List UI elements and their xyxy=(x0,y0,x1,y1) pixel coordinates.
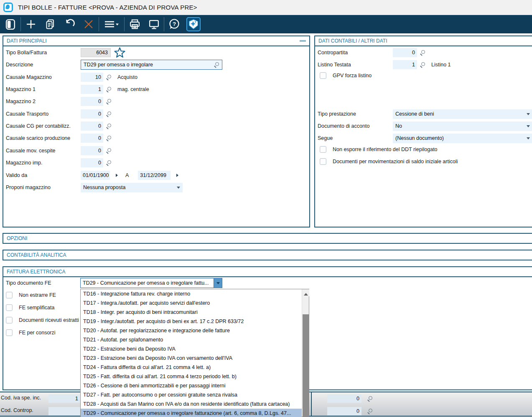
lookup-icon[interactable] xyxy=(106,74,112,80)
non-estrarre-fe-checkbox[interactable] xyxy=(6,292,13,298)
descrizione-field[interactable]: TD29 per omessa o irregolare xyxy=(81,60,222,70)
non-estrarre-fe-row: Non estrarre FE xyxy=(6,292,56,298)
add-button[interactable] xyxy=(21,15,41,33)
dropdown-item-td21[interactable]: TD21 - Autofat. per splafonamento xyxy=(81,335,302,344)
lookup-icon[interactable] xyxy=(106,135,112,141)
fe-per-consorzi-checkbox[interactable] xyxy=(6,329,13,336)
print-button[interactable] xyxy=(125,15,144,33)
select-value: Nessuna proposta xyxy=(83,184,125,190)
cod-iva-field[interactable]: 1 xyxy=(48,394,80,403)
tipo-prestazione-select[interactable]: Cessione di beni xyxy=(393,109,532,119)
checkbox-label: Non esporre il riferimento del DDT riepi… xyxy=(333,147,438,152)
dropdown-item-td22[interactable]: TD22 - Estrazione beni da Deposito IVA xyxy=(81,344,302,354)
dropdown-item-td16[interactable]: TD16 - Integrazione fattura rev. charge … xyxy=(81,289,302,298)
undo-icon xyxy=(64,19,75,30)
causale-cg-field[interactable]: 0 xyxy=(81,121,103,131)
listino-testata-field[interactable]: 1 xyxy=(393,60,417,69)
lookup-icon[interactable] xyxy=(106,99,112,104)
add-icon xyxy=(25,19,36,30)
magazzino1-field[interactable]: 1 xyxy=(81,85,103,94)
dropdown-item-td29-selected[interactable]: TD29 - Comunicazione per omessa o irrego… xyxy=(81,409,302,417)
app-logo-icon xyxy=(3,3,13,12)
lookup-icon[interactable] xyxy=(367,396,373,402)
dropdown-item-td27[interactable]: TD27 - Fatt. per autoconsumo o per cessi… xyxy=(81,390,302,399)
valido-da-field[interactable]: 01/01/1900 xyxy=(81,171,110,180)
panel-opzioni-header[interactable]: OPZIONI xyxy=(3,234,532,243)
tipo-bolla-field[interactable]: 6043 xyxy=(81,48,111,57)
segue-select[interactable]: (Nessun documento) xyxy=(393,134,532,143)
fe-semplificata-row: FE semplificata xyxy=(6,304,54,311)
monitor-button[interactable] xyxy=(144,15,163,33)
valido-a-field[interactable]: 31/12/2099 xyxy=(138,171,171,180)
magazzino2-field[interactable]: 0 xyxy=(81,97,103,106)
copy-button[interactable] xyxy=(41,15,60,33)
date-picker-icon[interactable] xyxy=(176,174,178,177)
field-label: Descrizione xyxy=(6,62,81,68)
ai-assistant-button[interactable] xyxy=(186,17,201,31)
delete-button[interactable] xyxy=(79,15,98,33)
panel-dati-contabili: DATI CONTABILI / ALTRI DATI Contropartit… xyxy=(314,35,532,227)
field-label: Tipo documento FE xyxy=(6,280,81,286)
dropdown-item-td24[interactable]: TD24 - Fattura differita di cui all'art.… xyxy=(81,363,302,372)
causale-cespite-field[interactable]: 0 xyxy=(81,146,103,155)
causale-scarico-field[interactable]: 0 xyxy=(81,134,103,143)
documenti-saldo-checkbox[interactable] xyxy=(320,158,326,165)
dropdown-item-td23[interactable]: TD23 - Estrazione beni da Deposito IVA c… xyxy=(81,354,302,363)
panel-contabilita-header[interactable]: CONTABILITÀ ANALITICA xyxy=(3,250,532,260)
lookup-icon[interactable] xyxy=(420,62,425,68)
causale-magazzino-field[interactable]: 10 xyxy=(81,73,103,82)
dropdown-item-td19[interactable]: TD19 - Integr./autofatt. per acquisto di… xyxy=(81,317,302,326)
field-label: Magazzino imp. xyxy=(6,160,81,166)
contropartita-field[interactable]: 0 xyxy=(393,48,417,57)
dropdown-item-td17[interactable]: TD17 - Integra./autofatt. per acquisto s… xyxy=(81,298,302,308)
undo-button[interactable] xyxy=(60,15,79,33)
ai-assistant-icon xyxy=(188,19,199,30)
field-label: Magazzino 2 xyxy=(6,99,81,104)
documenti-ricevuti-checkbox[interactable] xyxy=(6,317,13,323)
combobox-open-button[interactable] xyxy=(214,278,222,288)
dropdown-item-td25[interactable]: TD25 - Fatt. differita di cui all'art. 2… xyxy=(81,372,302,381)
help-button[interactable]: ? xyxy=(165,15,184,33)
cod-controp-field[interactable] xyxy=(48,407,80,415)
causale-trasporto-field[interactable]: 0 xyxy=(81,109,103,119)
collapse-button[interactable] xyxy=(300,40,306,42)
row-descrizione: Descrizione TD29 per omessa o irregolare xyxy=(6,60,309,70)
field-description: Acquisto xyxy=(117,74,137,80)
lookup-icon[interactable] xyxy=(106,148,112,154)
gpv-forza-listino-checkbox[interactable] xyxy=(320,72,326,79)
lookup-icon[interactable] xyxy=(106,111,112,117)
panel-toggle-button[interactable] xyxy=(1,15,20,33)
band-right-field-2[interactable]: 0 xyxy=(327,407,361,415)
proponi-magazzino-select[interactable]: Nessuna proposta xyxy=(81,183,183,192)
magazzino-imp-field[interactable]: 0 xyxy=(81,158,103,167)
lookup-icon[interactable] xyxy=(106,160,112,166)
tipo-documento-fe-combobox[interactable]: TD29 - Comunicazione per omessa o irrego… xyxy=(80,278,222,288)
field-description: mag. centrale xyxy=(117,86,149,92)
documento-acconto-select[interactable]: No xyxy=(393,121,532,131)
lookup-icon[interactable] xyxy=(367,408,373,414)
non-esporre-ddt-checkbox[interactable] xyxy=(320,146,326,153)
panel-dati-contabili-header: DATI CONTABILI / ALTRI DATI xyxy=(315,36,532,46)
dropdown-item-td26[interactable]: TD26 - Cessione di beni ammortizzabili e… xyxy=(81,381,302,390)
search-icon[interactable] xyxy=(214,62,219,68)
lookup-icon[interactable] xyxy=(420,50,425,56)
menu-icon xyxy=(104,19,120,30)
dropdown-item-td28[interactable]: TD28 - Acquisti da San Marino con IVA e/… xyxy=(81,399,302,409)
dropdown-item-td18[interactable]: TD18 - Integr. per acquisto di beni intr… xyxy=(81,308,302,317)
fe-semplificata-checkbox[interactable] xyxy=(6,304,13,311)
band-right-field-1[interactable]: 0 xyxy=(327,394,361,403)
menu-button[interactable] xyxy=(99,15,124,33)
date-picker-icon[interactable] xyxy=(116,174,118,177)
row-valido-da: Valido da 01/01/1900 A 31/12/2099 xyxy=(6,170,309,180)
lookup-icon[interactable] xyxy=(106,123,112,129)
favorite-star-icon[interactable] xyxy=(114,47,125,58)
lookup-icon[interactable] xyxy=(106,86,112,92)
field-description: Listino 1 xyxy=(431,62,451,68)
dropdown-item-td20[interactable]: TD20 - Autofat. per regolarizzazione e i… xyxy=(81,326,302,335)
field-label: Causale scarico produzione xyxy=(6,135,81,141)
scrollbar-up-button[interactable] xyxy=(302,289,309,296)
field-label: Tipo prestazione xyxy=(318,111,393,117)
monitor-icon xyxy=(148,19,160,30)
scrollbar-thumb[interactable] xyxy=(303,314,309,417)
chevron-down-icon xyxy=(527,113,530,115)
